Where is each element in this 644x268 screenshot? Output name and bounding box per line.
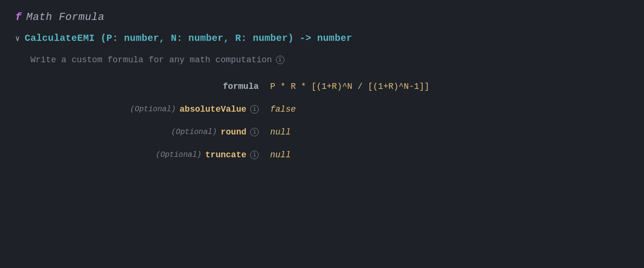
absolute-value-label-group: (Optional) absoluteValue i: [30, 105, 259, 114]
truncate-info-icon[interactable]: i: [250, 151, 259, 159]
param-row-absolute-value: (Optional) absoluteValue i false: [30, 105, 629, 114]
round-value: null: [270, 127, 291, 137]
param-row-truncate: (Optional) truncate i null: [30, 150, 629, 160]
absolute-value-name: absoluteValue: [180, 105, 246, 114]
truncate-optional-tag: (Optional): [156, 151, 202, 159]
chevron-icon[interactable]: ∨: [15, 34, 20, 43]
truncate-name: truncate: [205, 150, 246, 160]
param-row-formula: formula P * R * [(1+R)^N / [(1+R)^N-1]]: [30, 82, 629, 91]
absolute-value-info-icon[interactable]: i: [250, 105, 259, 114]
description-info-icon[interactable]: i: [276, 56, 284, 64]
function-icon: f: [15, 11, 21, 23]
function-signature-row: ∨ CalculateEMI (P: number, N: number, R:…: [15, 33, 629, 44]
formula-value: P * R * [(1+R)^N / [(1+R)^N-1]]: [270, 82, 429, 91]
truncate-value: null: [270, 150, 291, 160]
round-label-group: (Optional) round i: [30, 127, 259, 137]
param-row-round: (Optional) round i null: [30, 127, 629, 137]
description-row: Write a custom formula for any math comp…: [30, 55, 629, 65]
header-row: f Math Formula: [15, 11, 629, 23]
round-optional-tag: (Optional): [171, 128, 217, 136]
header-title: Math Formula: [26, 11, 104, 23]
formula-label-group: formula: [30, 82, 259, 91]
absolute-value-optional-tag: (Optional): [130, 105, 176, 114]
absolute-value-value: false: [270, 105, 296, 114]
round-name: round: [221, 127, 246, 137]
params-section: formula P * R * [(1+R)^N / [(1+R)^N-1]] …: [30, 82, 629, 160]
round-info-icon[interactable]: i: [250, 128, 259, 136]
function-signature: CalculateEMI (P: number, N: number, R: n…: [25, 33, 352, 44]
truncate-label-group: (Optional) truncate i: [30, 150, 259, 160]
formula-name: formula: [223, 82, 259, 91]
description-text: Write a custom formula for any math comp…: [30, 55, 272, 65]
